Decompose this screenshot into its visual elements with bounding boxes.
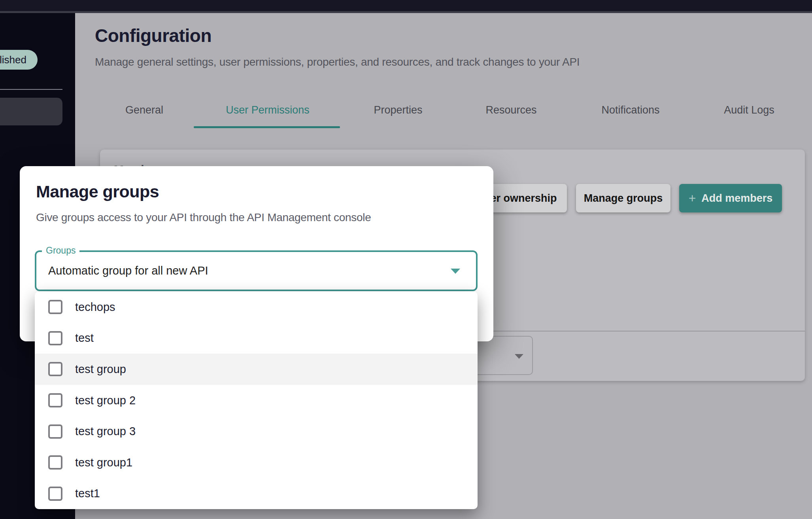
option-test1[interactable]: test1 <box>35 478 478 509</box>
option-test-group-3[interactable]: test group 3 <box>35 416 478 447</box>
dialog-subtitle: Give groups access to your API through t… <box>36 211 371 224</box>
option-test[interactable]: test <box>35 323 478 354</box>
checkbox-icon[interactable] <box>48 300 62 314</box>
groups-select[interactable]: Automatic group for all new API <box>35 250 478 291</box>
groups-dropdown-menu: techops test test group test group 2 tes… <box>35 292 478 509</box>
checkbox-icon[interactable] <box>48 362 62 376</box>
dialog-title: Manage groups <box>36 182 159 201</box>
option-test-group-2[interactable]: test group 2 <box>35 385 478 416</box>
checkbox-icon[interactable] <box>48 393 62 407</box>
dropdown-arrow-icon <box>451 269 460 274</box>
checkbox-icon[interactable] <box>48 424 62 439</box>
checkbox-icon[interactable] <box>48 455 62 470</box>
option-test-group1[interactable]: test group1 <box>35 447 478 478</box>
option-techops[interactable]: techops <box>35 292 478 323</box>
groups-select-label: Groups <box>42 245 79 256</box>
checkbox-icon[interactable] <box>48 331 62 345</box>
checkbox-icon[interactable] <box>48 487 62 501</box>
option-test-group[interactable]: test group <box>35 354 478 385</box>
groups-select-value: Automatic group for all new API <box>48 252 208 290</box>
